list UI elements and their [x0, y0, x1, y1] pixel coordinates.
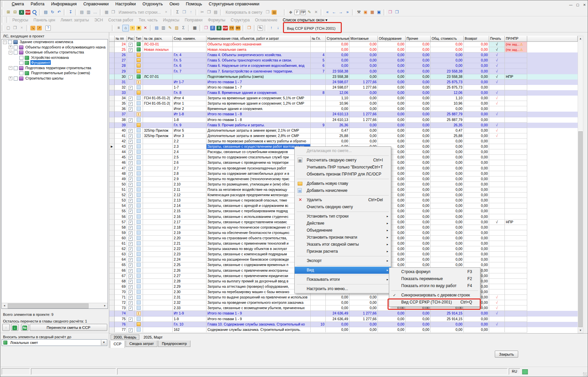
cell-check[interactable]: ✓ — [127, 106, 135, 112]
transfer-estimates-button[interactable]: Перенести сметы в ССР — [30, 324, 107, 331]
cell-print[interactable]: √ — [489, 322, 505, 327]
cell-check[interactable]: ✓ — [127, 128, 135, 133]
levels-icon[interactable]: ≡ — [116, 25, 122, 31]
checkbox-checked-icon[interactable]: ✓ — [129, 280, 133, 284]
cell-check[interactable]: ✓ — [127, 149, 135, 155]
resource-gear-icon[interactable]: ◆ — [288, 9, 294, 15]
cell-print[interactable]: √ — [489, 90, 505, 96]
tree-item[interactable]: Подготовительные работы (смета) — [2, 71, 108, 76]
cell-check[interactable]: ✓ — [127, 133, 135, 139]
cell-print[interactable] — [489, 85, 505, 90]
cell-print[interactable] — [489, 171, 505, 176]
save-to-base-icon[interactable]: ↗ — [37, 26, 42, 30]
table-row[interactable]: 41✓325/пр ПриложИтог 3Дополнительные зат… — [109, 133, 578, 139]
save-icon[interactable]: ▤ — [43, 9, 49, 15]
copy-structure-icon[interactable]: ❐ — [110, 9, 116, 15]
tree-checkbox[interactable] — [19, 71, 23, 75]
paste-icon[interactable]: ▤ — [212, 9, 218, 15]
menu-item[interactable]: Справочники — [80, 0, 112, 8]
checkbox-checked-icon[interactable]: ✓ — [129, 296, 133, 300]
cell-print[interactable] — [489, 289, 505, 295]
tab-сср[interactable]: ССР — [110, 341, 125, 348]
cell-check[interactable] — [127, 69, 135, 74]
panel-button[interactable]: ЭСН — [92, 16, 106, 22]
scroll-left-icon[interactable]: ◂ — [2, 303, 7, 308]
book-blue-icon[interactable]: F — [210, 26, 215, 30]
checkbox-checked-icon[interactable]: ✓ — [129, 97, 133, 101]
language-indicator[interactable]: RU — [509, 368, 520, 375]
cell-print[interactable] — [489, 214, 505, 220]
checkbox-checked-icon[interactable]: ✓ — [129, 215, 133, 219]
checkbox-checked-icon[interactable]: ✓ — [129, 140, 133, 144]
cell-check[interactable]: ✓ — [127, 47, 135, 52]
cell-print[interactable] — [489, 193, 505, 198]
table-row[interactable]: 34✓ГСН 81-05-01-2(Итог 4Затраты на време… — [109, 96, 578, 101]
cell-check[interactable] — [127, 52, 135, 58]
checkbox-checked-icon[interactable]: ✓ — [129, 86, 133, 90]
collapse-icon[interactable]: − — [9, 66, 12, 70]
checkbox-checked-icon[interactable]: ✓ — [129, 118, 133, 122]
checkbox-checked-icon[interactable]: ✓ — [129, 318, 133, 322]
cell-print[interactable]: √ — [489, 80, 505, 85]
menu-item[interactable]: Учитывать ПНР только "Вхолостую"Ctrl+T — [295, 164, 391, 171]
panel-button[interactable]: Оглавление — [252, 16, 280, 22]
search-icon[interactable] — [31, 9, 37, 15]
cell-print[interactable]: √ — [489, 63, 505, 69]
column-header-marker[interactable] — [109, 36, 115, 42]
outdent-icon[interactable]: ← — [331, 9, 337, 15]
cell-print[interactable]: √ — [489, 295, 505, 300]
cell-print[interactable] — [489, 117, 505, 123]
tab-сводка-затрат[interactable]: Сводка затрат — [126, 341, 157, 347]
panel-button[interactable]: Индексы — [160, 16, 182, 22]
indent-full-icon[interactable]: » — [344, 9, 350, 15]
cell-print[interactable] — [489, 284, 505, 289]
table-row[interactable]: 40✓325/пр ПриложИтог 5Дополнительные зат… — [109, 128, 578, 133]
cell-check[interactable]: ✓ — [127, 198, 135, 203]
cell-print[interactable] — [489, 252, 505, 257]
tree-checkbox[interactable] — [19, 56, 23, 60]
cell-print[interactable] — [489, 166, 505, 171]
column-header-chapter[interactable]: № Гл. — [311, 36, 326, 42]
cell-check[interactable] — [127, 123, 135, 128]
panel-button[interactable]: Лимит. затраты — [58, 16, 92, 22]
tree-checkbox[interactable] — [14, 45, 18, 49]
cell-check[interactable]: ✓ — [127, 268, 135, 273]
tree-checkbox[interactable] — [19, 61, 23, 65]
table-row[interactable]: 32✓1-7Итого по главам 1 - 724 598,071 27… — [109, 85, 578, 90]
collapse-icon[interactable]: − — [3, 40, 7, 44]
tree-checkbox[interactable] — [8, 40, 12, 44]
cell-print[interactable] — [489, 268, 505, 273]
move-down-button[interactable]: ↓ — [11, 324, 18, 331]
tree-hscrollbar[interactable]: ◂ ▸ — [2, 303, 108, 308]
totals-view-icon[interactable]: Σ — [180, 25, 186, 31]
cell-check[interactable] — [127, 63, 135, 69]
paste-clipboard-icon[interactable]: ▤ — [272, 10, 277, 15]
cell-check[interactable]: ✓ — [127, 214, 135, 220]
table-row[interactable]: 27Гл. 5Глава 5. Объекты транспортного хо… — [109, 58, 578, 63]
checkbox-checked-icon[interactable]: ✓ — [129, 199, 133, 203]
cell-print[interactable] — [489, 246, 505, 252]
checkbox-checked-icon[interactable]: ✓ — [129, 48, 133, 52]
checkbox-checked-icon[interactable]: ✓ — [129, 247, 133, 251]
tree-item[interactable]: −Основные объекты строительства — [2, 50, 108, 55]
insert-section-icon[interactable]: ▤ — [79, 9, 85, 15]
checkbox-checked-icon[interactable]: ✓ — [129, 134, 133, 138]
table-row[interactable]: 74ΣИт 1-9Итого по главам 1 - 924 636,491… — [109, 311, 578, 316]
column-header-num[interactable]: № пп — [115, 36, 127, 42]
checkbox-checked-icon[interactable]: ✓ — [129, 102, 133, 106]
cell-check[interactable]: ✓ — [127, 101, 135, 106]
menu-item[interactable]: ▤Добавить начисление — [295, 187, 391, 194]
edit-resource-icon[interactable]: ✎ — [306, 9, 312, 15]
cell-check[interactable] — [127, 80, 135, 85]
cell-print[interactable] — [489, 198, 505, 203]
catalog-pink-icon[interactable]: ❐ — [387, 9, 393, 15]
works-hammer-icon[interactable]: ⚒ — [356, 9, 362, 15]
cell-check[interactable]: ✓ — [127, 42, 135, 47]
cell-check[interactable]: ✓ — [127, 246, 135, 252]
insert-row-icon[interactable]: ▥ — [86, 9, 92, 15]
panel-button[interactable]: Поправки — [182, 16, 205, 22]
column-header-print[interactable]: Печать — [489, 36, 505, 42]
load-from-base-icon[interactable]: ↘ — [30, 26, 35, 30]
column-header-obshch_stoimost[interactable]: Общ. стоимость — [431, 36, 464, 42]
panel-button[interactable]: Панель цен — [31, 16, 58, 22]
